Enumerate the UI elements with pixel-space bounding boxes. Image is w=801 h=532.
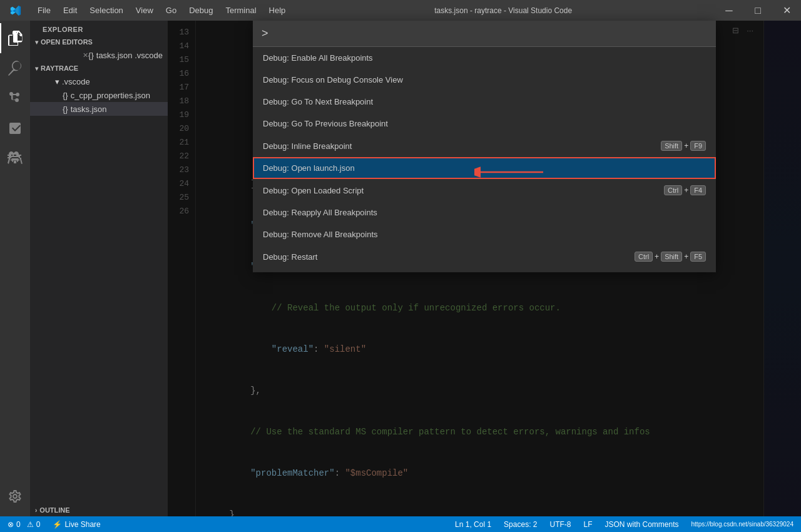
activity-bar [0, 21, 30, 516]
encoding-label: UTF-8 [549, 520, 571, 529]
cp-shortcut-9: Ctrl + Shift + F5 [635, 252, 706, 262]
command-palette-input[interactable] [253, 21, 716, 46]
maximize-button[interactable]: □ [743, 0, 772, 21]
activity-settings[interactable] [0, 481, 30, 511]
cp-item-1[interactable]: Debug: Focus on Debug Console View [253, 69, 716, 91]
cp-item-0[interactable]: Debug: Enable All Breakpoints [253, 47, 716, 69]
app-logo [0, 4, 31, 17]
main-layout: Explorer ▾ OPEN EDITORS ✕ {} tasks.json … [0, 21, 801, 516]
close-file-icon[interactable]: ✕ [83, 51, 88, 59]
cp-shortcut-6: Ctrl + F4 [664, 185, 706, 195]
open-editors-chevron: ▾ [35, 39, 38, 46]
eol-label: LF [583, 520, 592, 529]
file-icon-tasks: {} [88, 51, 94, 60]
tasks-json-label: tasks.json [71, 105, 107, 114]
open-editors-header[interactable]: ▾ OPEN EDITORS [30, 36, 168, 48]
key-plus-4: + [684, 252, 688, 261]
menu-view[interactable]: View [130, 0, 160, 21]
cp-item-label-9: Debug: Restart [263, 252, 635, 262]
status-encoding[interactable]: UTF-8 [547, 516, 573, 532]
status-spaces[interactable]: Spaces: 2 [501, 516, 539, 532]
titlebar: File Edit Selection View Go Debug Termin… [0, 0, 801, 21]
cp-item-5[interactable]: Debug: Open launch.json [253, 157, 716, 179]
cp-item-4[interactable]: Debug: Inline Breakpoint Shift + F9 [253, 135, 716, 157]
key-f5: F5 [690, 252, 706, 262]
window-title: tasks.json - raytrace - Visual Studio Co… [292, 6, 715, 15]
activity-debug[interactable] [0, 143, 30, 173]
close-button[interactable]: ✕ [772, 0, 801, 21]
language-label: JSON with Comments [605, 520, 679, 529]
tasks-json-file[interactable]: {} tasks.json [30, 102, 168, 116]
command-palette-input-wrapper [253, 21, 716, 47]
status-feedback[interactable]: https://blog.csdn.net/sinab/36329024 [689, 516, 796, 532]
key-plus-3: + [655, 252, 659, 261]
cp-item-8[interactable]: Debug: Remove All Breakpoints [253, 223, 716, 245]
open-editors-label: OPEN EDITORS [41, 38, 93, 46]
sidebar-header: Explorer [30, 21, 168, 36]
sidebar-spacer [30, 116, 168, 504]
activity-extensions[interactable] [0, 113, 30, 143]
key-f9: F9 [690, 141, 706, 151]
minimize-button[interactable]: ─ [715, 0, 743, 21]
liveshare-label: Live Share [64, 520, 100, 529]
menu-go[interactable]: Go [160, 0, 183, 21]
c-cpp-properties-file[interactable]: {} c_cpp_properties.json [30, 88, 168, 102]
status-left: ⊗ 0 ⚠ 0 ⚡ Live Share [5, 516, 103, 532]
error-icon: ⊗ [8, 520, 14, 529]
sidebar: Explorer ▾ OPEN EDITORS ✕ {} tasks.json … [30, 21, 168, 516]
raytrace-label: RAYTRACE [41, 64, 78, 72]
cp-item-label-3: Debug: Go To Previous Breakpoint [263, 119, 706, 128]
menu-debug[interactable]: Debug [183, 0, 219, 21]
outline-label: OUTLINE [39, 506, 69, 514]
cp-item-2[interactable]: Debug: Go To Next Breakpoint [253, 91, 716, 113]
key-shift-2: Shift [661, 252, 682, 262]
cp-item-label-6: Debug: Open Loaded Script [263, 186, 664, 195]
status-language[interactable]: JSON with Comments [603, 516, 681, 532]
window-controls: ─ □ ✕ [715, 0, 801, 21]
cp-item-label-8: Debug: Remove All Breakpoints [263, 230, 706, 239]
menu-edit[interactable]: Edit [57, 0, 83, 21]
raytrace-chevron: ▾ [35, 65, 38, 72]
raytrace-header[interactable]: ▾ RAYTRACE [30, 62, 168, 74]
cp-item-6[interactable]: Debug: Open Loaded Script Ctrl + F4 [253, 179, 716, 202]
menu-terminal[interactable]: Terminal [219, 0, 262, 21]
activity-source-control[interactable] [0, 83, 30, 113]
open-file-tasks-json[interactable]: ✕ {} tasks.json .vscode [30, 48, 168, 62]
menu-help[interactable]: Help [263, 0, 292, 21]
json-icon-2: {} [63, 105, 68, 114]
status-errors[interactable]: ⊗ 0 ⚠ 0 [5, 516, 43, 532]
status-liveshare[interactable]: ⚡ Live Share [50, 516, 103, 532]
menu-selection[interactable]: Selection [83, 0, 129, 21]
status-position[interactable]: Ln 1, Col 1 [452, 516, 494, 532]
warning-count: 0 [36, 520, 41, 529]
open-file-label: tasks.json .vscode [96, 51, 163, 60]
warning-icon: ⚠ [27, 520, 34, 529]
cp-item-7[interactable]: Debug: Reapply All Breakpoints [253, 202, 716, 223]
activity-explorer[interactable] [0, 23, 30, 53]
status-right: Ln 1, Col 1 Spaces: 2 UTF-8 LF JSON with… [452, 516, 796, 532]
error-count: 0 [16, 520, 21, 529]
vscode-folder[interactable]: ▾ .vscode [30, 74, 168, 88]
key-f4: F4 [690, 185, 706, 195]
cp-item-label-5: Debug: Open launch.json [263, 163, 706, 173]
menu-bar: File Edit Selection View Go Debug Termin… [31, 0, 292, 21]
cp-item-9[interactable]: Debug: Restart Ctrl + Shift + F5 [253, 245, 716, 268]
command-palette: Debug: Enable All Breakpoints Debug: Foc… [253, 21, 716, 272]
cp-shortcut-4: Shift + F9 [661, 141, 706, 151]
key-shift: Shift [661, 141, 682, 151]
editor-area: Debug: Enable All Breakpoints Debug: Foc… [168, 21, 801, 516]
command-palette-overlay[interactable]: Debug: Enable All Breakpoints Debug: Foc… [168, 21, 801, 516]
activity-search[interactable] [0, 53, 30, 83]
key-ctrl-1: Ctrl [664, 185, 682, 195]
status-eol[interactable]: LF [581, 516, 594, 532]
spaces-label: Spaces: 2 [504, 520, 537, 529]
cp-item-3[interactable]: Debug: Go To Previous Breakpoint [253, 113, 716, 135]
cp-item-label-0: Debug: Enable All Breakpoints [263, 53, 706, 63]
key-plus-2: + [684, 186, 688, 195]
feedback-label: https://blog.csdn.net/sinab/36329024 [691, 521, 793, 528]
outline-chevron: › [35, 507, 37, 514]
command-palette-list: Debug: Enable All Breakpoints Debug: Foc… [253, 47, 716, 272]
outline-header[interactable]: › OUTLINE [30, 504, 168, 516]
menu-file[interactable]: File [31, 0, 57, 21]
cp-item-10[interactable]: Debug: Run (Start Without Debugging) Ctr… [253, 268, 716, 272]
